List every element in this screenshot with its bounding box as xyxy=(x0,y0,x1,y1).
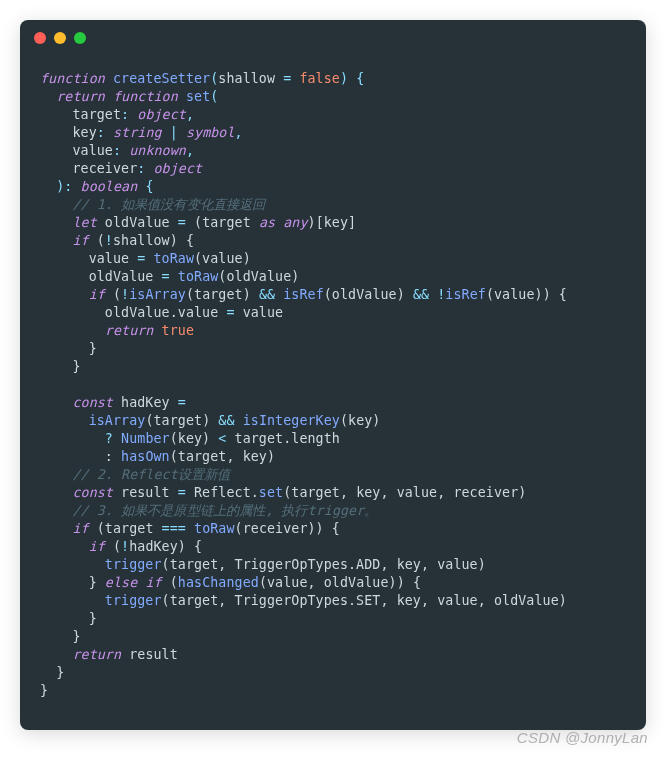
function-name: createSetter xyxy=(113,71,210,86)
close-icon[interactable] xyxy=(34,32,46,44)
keyword-function: function xyxy=(40,71,105,86)
code-window: function createSetter(shallow = false) {… xyxy=(20,20,646,730)
maximize-icon[interactable] xyxy=(74,32,86,44)
comment: // 3. 如果不是原型链上的属性, 执行trigger。 xyxy=(72,503,377,518)
minimize-icon[interactable] xyxy=(54,32,66,44)
comment: // 2. Reflect设置新值 xyxy=(72,467,230,482)
comment: // 1. 如果值没有变化直接返回 xyxy=(72,197,265,212)
watermark-text: CSDN @JonnyLan xyxy=(517,729,648,746)
code-block: function createSetter(shallow = false) {… xyxy=(20,56,646,720)
window-titlebar xyxy=(20,20,646,56)
